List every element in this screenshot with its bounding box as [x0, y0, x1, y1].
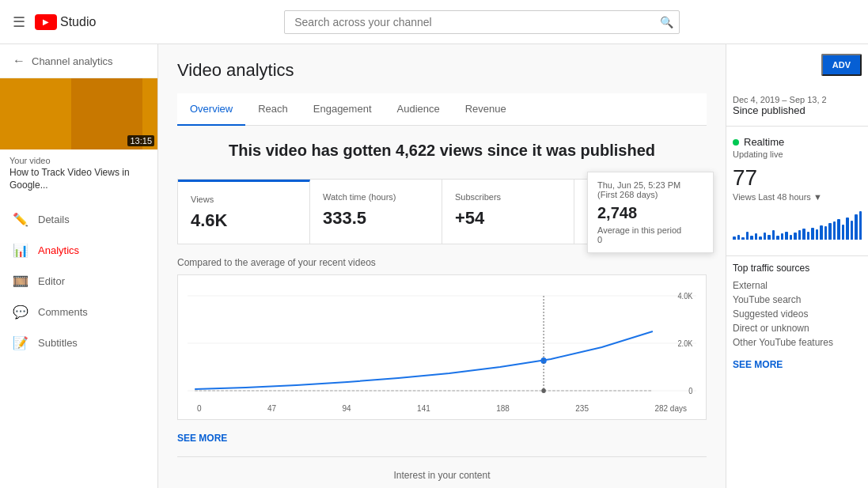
sidebar-item-editor[interactable]: 🎞️ Editor — [0, 266, 157, 297]
section-sub: Interest in your content — [177, 470, 707, 481]
sidebar: ← Channel analytics 13:15 Your video How… — [0, 44, 158, 488]
traffic-section: Top traffic sources External YouTube sea… — [726, 255, 868, 380]
mini-bar — [776, 236, 779, 240]
details-label: Details — [38, 214, 70, 225]
yt-logo[interactable]: Studio — [35, 14, 96, 30]
x-label-47: 47 — [267, 404, 276, 413]
tooltip-card: Thu, Jun 25, 5:23 PM(First 268 days) 2,7… — [587, 172, 714, 253]
tab-engagement[interactable]: Engagement — [301, 93, 385, 126]
date-range: Dec 4, 2019 – Sep 13, 2 Since published — [726, 85, 868, 119]
sidebar-video-info: Your video How to Track Video Views in G… — [0, 149, 157, 198]
yt-icon — [35, 14, 57, 30]
x-label-282: 282 days — [654, 404, 687, 413]
x-label-141: 141 — [417, 404, 430, 413]
svg-point-9 — [541, 388, 546, 393]
traffic-direct: Direct or unknown — [733, 321, 862, 335]
stat-views-value: 4.6K — [191, 210, 297, 231]
video-duration: 13:15 — [127, 135, 154, 146]
stat-revenue[interactable]: Your estimated revenue ⓘ $0.00 Thu, Jun … — [574, 180, 706, 244]
see-more-link[interactable]: SEE MORE — [177, 433, 227, 444]
mini-bar — [764, 233, 767, 240]
mini-bar — [781, 233, 784, 240]
sidebar-item-subtitles[interactable]: 📝 Subtitles — [0, 327, 157, 358]
mini-bar — [855, 214, 858, 240]
tab-audience[interactable]: Audience — [385, 93, 453, 126]
stat-subscribers-label: Subscribers — [455, 192, 561, 202]
mini-bar — [741, 237, 745, 240]
mini-bar — [733, 236, 736, 240]
tab-overview[interactable]: Overview — [177, 93, 245, 126]
mini-bar — [768, 235, 771, 240]
stat-watchtime-value: 333.5 — [323, 208, 429, 229]
details-icon: ✏️ — [13, 212, 28, 227]
editor-icon: 🎞️ — [13, 274, 28, 289]
date-range-text: Dec 4, 2019 – Sep 13, 2 — [733, 95, 862, 104]
video-label: Your video — [9, 156, 148, 165]
mini-bar — [851, 221, 854, 240]
sidebar-item-analytics[interactable]: 📊 Analytics — [0, 235, 157, 266]
back-arrow-icon: ← — [13, 54, 25, 68]
topbar-left: ☰ Studio — [13, 13, 96, 31]
mini-bar — [790, 235, 793, 240]
mini-bar — [820, 225, 823, 240]
mini-bar — [859, 211, 862, 240]
mini-bar — [828, 223, 832, 240]
right-panel: ADV Dec 4, 2019 – Sep 13, 2 Since publis… — [726, 44, 868, 488]
search-input[interactable] — [284, 10, 680, 34]
realtime-sub[interactable]: Views Last 48 hours ▼ — [733, 192, 862, 202]
sidebar-thumbnail: 13:15 — [0, 78, 157, 149]
x-label-235: 235 — [575, 404, 589, 413]
realtime-section: Realtime Updating live 77 Views Last 48 … — [726, 126, 868, 255]
mini-bar — [755, 233, 758, 240]
svg-text:2.0K: 2.0K — [678, 339, 693, 348]
mini-bar — [811, 228, 814, 240]
sidebar-back[interactable]: ← Channel analytics — [0, 44, 157, 78]
mini-bar — [794, 233, 797, 240]
adv-button[interactable]: ADV — [821, 54, 862, 76]
live-label: Updating live — [733, 149, 862, 159]
chart-container: 4.0K 2.0K 0 0 47 94 — [177, 274, 707, 420]
comparison-label: Compared to the average of your recent v… — [177, 257, 707, 268]
mini-bar — [750, 236, 753, 240]
mini-bar — [807, 232, 810, 240]
sidebar-item-details[interactable]: ✏️ Details — [0, 204, 157, 235]
stat-watchtime[interactable]: Watch time (hours) 333.5 — [310, 180, 442, 244]
chart-x-labels: 0 47 94 141 188 235 282 days — [188, 401, 696, 413]
comments-label: Comments — [38, 306, 88, 318]
content-inner: Video analytics Overview Reach Engagemen… — [158, 44, 726, 488]
search-icon: 🔍 — [660, 16, 673, 28]
mini-bar — [846, 218, 849, 240]
sidebar-back-label: Channel analytics — [32, 55, 113, 67]
traffic-see-more[interactable]: SEE MORE — [733, 356, 783, 373]
comments-icon: 💬 — [13, 305, 28, 320]
sidebar-nav: ✏️ Details 📊 Analytics 🎞️ Editor 💬 Comme… — [0, 204, 157, 358]
tab-reach[interactable]: Reach — [245, 93, 301, 126]
mini-bar — [816, 229, 819, 240]
mini-bar — [737, 235, 741, 240]
stat-subscribers[interactable]: Subscribers +54 — [442, 180, 574, 244]
stat-subscribers-value: +54 — [455, 208, 561, 229]
realtime-count: 77 — [733, 165, 862, 191]
svg-text:0: 0 — [688, 387, 692, 395]
page-title: Video analytics — [177, 60, 707, 81]
content-area: Video analytics Overview Reach Engagemen… — [158, 44, 726, 488]
search-bar: 🔍 — [284, 10, 680, 34]
tooltip-avg: Average in this period0 — [597, 225, 703, 244]
since-published: Since published — [733, 104, 862, 116]
mini-bar — [798, 230, 802, 240]
mini-bar — [785, 232, 788, 240]
sidebar-item-comments[interactable]: 💬 Comments — [0, 297, 157, 327]
x-label-94: 94 — [343, 404, 351, 413]
traffic-external: External — [733, 278, 862, 293]
analytics-label: Analytics — [38, 244, 79, 256]
hamburger-icon[interactable]: ☰ — [13, 13, 25, 31]
tab-revenue[interactable]: Revenue — [453, 93, 519, 126]
svg-text:4.0K: 4.0K — [678, 292, 693, 301]
live-dot — [733, 139, 739, 146]
topbar: ☰ Studio 🔍 — [0, 0, 868, 44]
stat-watchtime-label: Watch time (hours) — [323, 192, 429, 202]
subtitles-label: Subtitles — [38, 337, 78, 349]
tooltip-date: Thu, Jun 25, 5:23 PM(First 268 days) — [597, 180, 703, 199]
mini-bar — [772, 230, 775, 240]
stat-views[interactable]: Views 4.6K — [178, 180, 310, 244]
